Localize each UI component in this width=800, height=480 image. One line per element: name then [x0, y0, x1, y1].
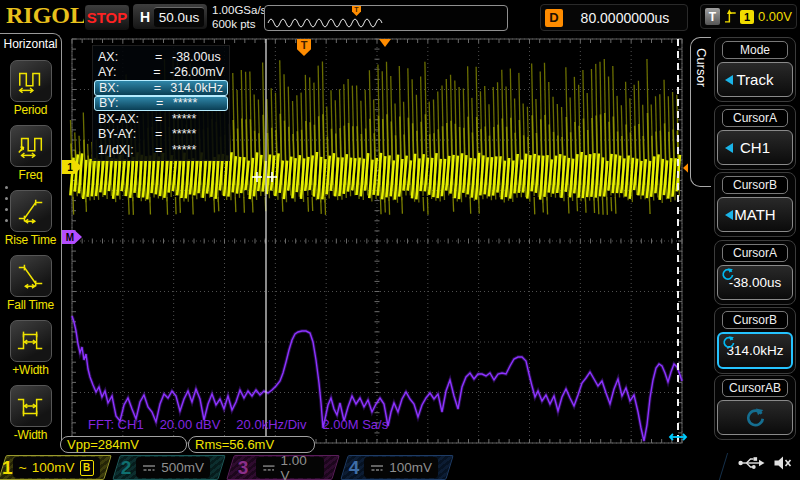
freq-icon [16, 131, 46, 161]
channel-2-number: 2 [116, 457, 136, 479]
cursor-row-ax: AX:=-38.00us [93, 49, 229, 65]
rotate-icon [722, 336, 735, 349]
bandwidth-limit-icon: B [80, 460, 94, 476]
channel-4-number: 4 [344, 457, 364, 479]
cursor-b-value-button[interactable]: 314.0kHz [717, 332, 793, 369]
measurement-rms[interactable]: Rms=56.6mV [188, 436, 315, 453]
scope-display: 1 M T T AX:=-38.00us AY:=-26.00mV BX:=31… [62, 33, 700, 447]
ac-coupling-icon: ~ [19, 460, 27, 476]
menu-item-cursor-b-value[interactable]: CursorB 314.0kHz [714, 307, 796, 374]
delay-group[interactable]: D 80.0000000us [540, 4, 688, 31]
trigger-source-badge: 1 [740, 10, 754, 24]
channel-3-number: 3 [230, 457, 256, 479]
trigger-level-value: 0.00V [758, 9, 792, 24]
period-icon [16, 66, 46, 96]
menu-scroll-dot [5, 197, 8, 200]
channel-4-scale: 100mV [389, 460, 432, 475]
mode-button[interactable]: Track [717, 62, 793, 97]
horizontal-label: H [140, 9, 150, 25]
plus-width-icon [16, 326, 46, 356]
horizontal-center-marker-icon[interactable] [379, 39, 391, 47]
menu-item-cursor-b-source[interactable]: CursorB MATH [714, 172, 796, 237]
horizontal-measure-menu: Horizontal Period Freq Rise Time [0, 33, 62, 461]
chevron-left-icon [725, 143, 733, 153]
cursor-ab-button[interactable] [717, 400, 793, 435]
channel-1-scale: 100mV [32, 460, 75, 475]
minus-width-icon [16, 391, 46, 421]
chevron-left-icon [725, 75, 733, 85]
measure-item-fall-time[interactable]: Fall Time [0, 255, 61, 312]
cursor-row-bxax: BX-AX:=***** [93, 111, 229, 127]
measure-item-pos-width[interactable]: +Width [0, 320, 61, 377]
channel-1-status[interactable]: 1 ~ 100mV B [2, 455, 108, 480]
timebase-value: 50.0us [154, 7, 204, 27]
measure-item-period[interactable]: Period [0, 60, 61, 117]
usb-icon [738, 455, 765, 471]
dc-coupling-icon [142, 463, 156, 473]
fft-scale: 20.00 dBV [160, 417, 221, 432]
channel-3-status[interactable]: 3 1.00 V [230, 455, 336, 480]
measurement-vpp[interactable]: Vpp=284mV [60, 436, 187, 453]
channel-2-status[interactable]: 2 500mV [116, 455, 222, 480]
menu-item-cursor-a-value[interactable]: CursorA -38.00us [714, 240, 796, 305]
cursor-row-byay: BY-AY:=***** [93, 127, 229, 143]
chevron-left-icon [725, 210, 733, 220]
cursor-menu-panel: Cursor Mode Track CursorA CH1 CursorB MA… [688, 33, 800, 447]
trigger-group[interactable]: T 1 0.00V [700, 4, 797, 29]
fall-time-icon [16, 261, 46, 291]
system-status-icons [738, 455, 792, 471]
menu-item-mode[interactable]: Mode Track [714, 37, 796, 102]
left-menu-title: Horizontal [0, 37, 61, 51]
preview-waveform-icon [265, 6, 505, 28]
cursor-a-value-button[interactable]: -38.00us [717, 265, 793, 300]
fft-settings-label: FFT: CH1 20.00 dBV 20.0kHz/Div 2.00M Sa/… [88, 417, 388, 432]
horizontal-timebase-group[interactable]: H 50.0us [133, 4, 207, 29]
channel-2-scale: 500mV [161, 460, 204, 475]
trigger-label: T [705, 8, 720, 25]
fft-source: FFT: CH1 [88, 417, 144, 432]
run-stop-status[interactable]: STOP [84, 4, 130, 31]
measure-item-neg-width[interactable]: -Width [0, 385, 61, 442]
delay-icon: D [545, 9, 563, 27]
cursor-b-source-button[interactable]: MATH [717, 197, 793, 232]
measure-item-freq[interactable]: Freq [0, 125, 61, 182]
cursor-readout-panel: AX:=-38.00us AY:=-26.00mV BX:=314.0kHz B… [92, 45, 230, 161]
measure-item-rise-time[interactable]: Rise Time [0, 190, 61, 247]
cursor-row-ay: AY:=-26.00mV [93, 65, 229, 81]
rotate-icon [721, 268, 734, 281]
channel-1-number: 1 [2, 457, 13, 479]
memory-depth: 600k pts [212, 17, 266, 31]
channel-4-status[interactable]: 4 100mV [344, 455, 450, 480]
dc-coupling-icon [370, 463, 384, 473]
trigger-slope-icon [724, 8, 737, 25]
rigol-logo: RIGOL [6, 2, 86, 29]
menu-tab-cursor[interactable]: Cursor [690, 37, 711, 187]
menu-item-cursor-ab[interactable]: CursorAB [714, 375, 796, 440]
menu-scroll-dot [5, 219, 8, 222]
dc-coupling-icon [262, 463, 275, 473]
waveform-preview[interactable]: T [264, 5, 508, 31]
channel-3-scale: 1.00 V [280, 453, 318, 480]
cursor-row-bx: BX:=314.0kHz [94, 80, 228, 96]
delay-value: 80.0000000us [563, 10, 687, 26]
menu-scroll-dot [5, 208, 8, 211]
speaker-muted-icon [773, 455, 792, 471]
fft-sample-rate: 2.00M Sa/s [322, 417, 388, 432]
acquisition-info: 1.00GSa/s 600k pts [212, 3, 266, 32]
rise-time-icon [16, 196, 46, 226]
menu-item-cursor-a-source[interactable]: CursorA CH1 [714, 105, 796, 170]
sample-rate: 1.00GSa/s [212, 3, 266, 17]
rotate-icon [745, 408, 765, 428]
cursor-row-by: BY:=***** [94, 96, 228, 112]
fft-span: 20.0kHz/Div [236, 417, 306, 432]
cursor-row-invdx: 1/|dX|:=***** [93, 142, 229, 158]
top-status-bar: RIGOL STOP H 50.0us 1.00GSa/s 600k pts T… [0, 0, 800, 33]
menu-scroll-dot [5, 186, 8, 189]
cursor-a-source-button[interactable]: CH1 [717, 130, 793, 165]
